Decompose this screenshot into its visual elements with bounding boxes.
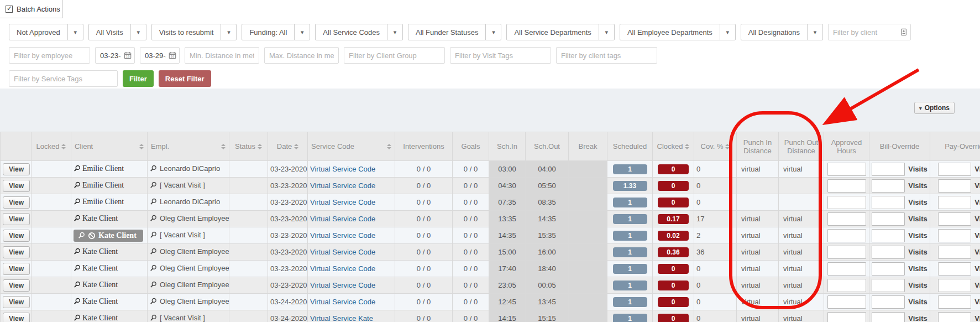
approved-hours-input[interactable]	[827, 262, 866, 276]
view-button[interactable]: View	[3, 279, 30, 292]
dropdown-not-approved[interactable]: Not Approved▾	[9, 24, 83, 40]
pay-override-input[interactable]	[938, 196, 971, 209]
visits-link[interactable]: Visits	[974, 264, 980, 273]
visits-link[interactable]: Visits	[974, 231, 980, 240]
approved-hours-input[interactable]	[827, 179, 866, 193]
service-code-link[interactable]: Virtual Service Kate	[310, 314, 373, 322]
service-code-link[interactable]: Virtual Service Code	[310, 165, 375, 173]
visits-link[interactable]: Visits	[974, 314, 980, 322]
view-button[interactable]: View	[3, 230, 30, 242]
visits-link[interactable]: Visits	[908, 215, 927, 223]
dropdown-all-funder-statuses[interactable]: All Funder Statuses▾	[408, 24, 501, 40]
approved-hours-input[interactable]	[827, 295, 866, 309]
visits-link[interactable]: Visits	[908, 165, 927, 173]
dropdown-all-employee-departments[interactable]: All Employee Departments▾	[620, 24, 736, 40]
pay-override-input[interactable]	[938, 279, 971, 292]
visits-link[interactable]: Visits	[908, 314, 927, 322]
service-code-link[interactable]: Virtual Service Code	[310, 231, 375, 240]
reset-filter-button[interactable]: Reset Filter	[159, 70, 211, 87]
view-button[interactable]: View	[3, 180, 30, 192]
bill-override-input[interactable]	[872, 196, 905, 209]
bill-override-input[interactable]	[872, 179, 905, 193]
service-code-link[interactable]: Virtual Service Code	[310, 264, 375, 273]
date-to-input[interactable]	[140, 47, 180, 64]
col-header-status[interactable]: Status	[229, 132, 268, 161]
col-header-cov[interactable]: Cov. %	[694, 132, 737, 161]
pay-override-input[interactable]	[938, 295, 971, 309]
visits-link[interactable]: Visits	[974, 298, 980, 306]
service-code-link[interactable]: Virtual Service Code	[310, 215, 375, 223]
bill-override-input[interactable]	[872, 312, 905, 322]
bill-override-input[interactable]	[872, 229, 905, 242]
pay-override-input[interactable]	[938, 163, 971, 176]
service-tags-filter-input[interactable]	[9, 70, 118, 87]
approved-hours-input[interactable]	[827, 196, 866, 209]
pay-override-input[interactable]	[938, 179, 971, 193]
approved-hours-input[interactable]	[827, 229, 866, 242]
view-button[interactable]: View	[3, 313, 30, 322]
service-code-link[interactable]: Virtual Service Code	[310, 281, 375, 289]
visits-link[interactable]: Visits	[974, 181, 980, 190]
dropdown-visits-to-resubmit[interactable]: Visits to resubmit▾	[151, 24, 237, 40]
batch-actions-checkbox[interactable]	[6, 6, 13, 13]
pay-override-input[interactable]	[938, 212, 971, 226]
approved-hours-input[interactable]	[827, 212, 866, 226]
view-button[interactable]: View	[3, 196, 30, 209]
view-button[interactable]: View	[3, 246, 30, 258]
dropdown-funding-all[interactable]: Funding: All▾	[242, 24, 310, 40]
visits-link[interactable]: Visits	[974, 248, 980, 256]
visits-link[interactable]: Visits	[974, 215, 980, 223]
visits-link[interactable]: Visits	[974, 281, 980, 289]
bill-override-input[interactable]	[872, 262, 905, 276]
visits-link[interactable]: Visits	[908, 248, 927, 256]
service-code-link[interactable]: Virtual Service Code	[310, 198, 375, 206]
view-button[interactable]: View	[3, 163, 30, 175]
pay-override-input[interactable]	[938, 262, 971, 276]
employee-filter-input[interactable]	[9, 47, 90, 64]
view-button[interactable]: View	[3, 213, 30, 225]
pay-override-input[interactable]	[938, 246, 971, 259]
client-filter-input[interactable]	[828, 24, 911, 40]
approved-hours-input[interactable]	[827, 312, 866, 322]
visits-link[interactable]: Visits	[974, 165, 980, 173]
service-code-link[interactable]: Virtual Service Code	[310, 248, 375, 256]
client-tags-filter-input[interactable]	[556, 47, 657, 64]
dropdown-all-designations[interactable]: All Designations▾	[741, 24, 823, 40]
col-header-locked[interactable]: Locked	[32, 132, 71, 161]
visits-link[interactable]: Visits	[974, 198, 980, 206]
col-header-empl[interactable]: Empl.	[148, 132, 229, 161]
min-distance-input[interactable]	[185, 47, 259, 64]
visit-tags-filter-input[interactable]	[450, 47, 551, 64]
visits-link[interactable]: Visits	[908, 281, 927, 289]
approved-hours-input[interactable]	[827, 163, 866, 176]
client-group-filter-input[interactable]	[344, 47, 445, 64]
bill-override-input[interactable]	[872, 279, 905, 292]
dropdown-all-visits[interactable]: All Visits▾	[88, 24, 146, 40]
pay-override-input[interactable]	[938, 229, 971, 242]
bill-override-input[interactable]	[872, 295, 905, 309]
bill-override-input[interactable]	[872, 163, 905, 176]
service-code-link[interactable]: Virtual Service Code	[310, 298, 375, 306]
col-header-clocked[interactable]: Clocked	[653, 132, 694, 161]
max-distance-input[interactable]	[264, 47, 339, 64]
batch-actions-tab[interactable]: Batch Actions	[0, 0, 63, 18]
approved-hours-input[interactable]	[827, 279, 866, 292]
visits-link[interactable]: Visits	[908, 264, 927, 273]
col-header-date[interactable]: Date	[268, 132, 308, 161]
visits-link[interactable]: Visits	[908, 181, 927, 190]
col-header-client[interactable]: Client	[71, 132, 148, 161]
dropdown-all-service-codes[interactable]: All Service Codes▾	[315, 24, 403, 40]
dropdown-all-service-departments[interactable]: All Service Departments▾	[506, 24, 614, 40]
approved-hours-input[interactable]	[827, 246, 866, 259]
col-header-service-code[interactable]: Service Code	[308, 132, 395, 161]
view-button[interactable]: View	[3, 296, 30, 308]
options-button[interactable]: ▾ Options	[914, 102, 955, 114]
visits-link[interactable]: Visits	[908, 231, 927, 240]
view-button[interactable]: View	[3, 263, 30, 275]
visits-link[interactable]: Visits	[908, 298, 927, 306]
date-from-input[interactable]	[95, 47, 135, 64]
pay-override-input[interactable]	[938, 312, 971, 322]
filter-button[interactable]: Filter	[123, 70, 154, 87]
visits-link[interactable]: Visits	[908, 198, 927, 206]
bill-override-input[interactable]	[872, 246, 905, 259]
